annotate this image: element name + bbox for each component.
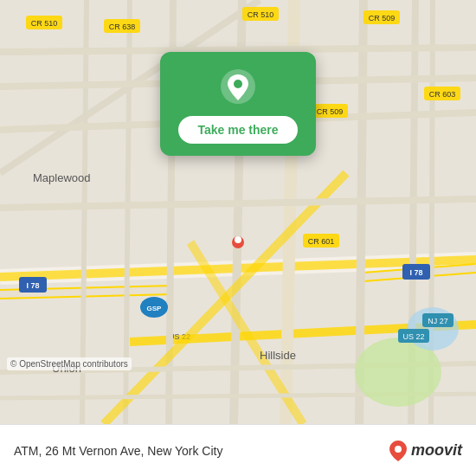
take-me-there-button[interactable]: Take me there bbox=[178, 116, 297, 144]
svg-text:US 22: US 22 bbox=[402, 332, 424, 341]
svg-text:GSP: GSP bbox=[147, 305, 163, 312]
moovit-text: moovit bbox=[411, 441, 462, 460]
svg-text:CR 510: CR 510 bbox=[31, 19, 58, 28]
svg-text:Hillside: Hillside bbox=[260, 349, 296, 362]
svg-text:CR 509: CR 509 bbox=[369, 14, 396, 23]
svg-text:Maplewood: Maplewood bbox=[33, 171, 91, 184]
svg-text:CR 510: CR 510 bbox=[248, 10, 274, 19]
svg-text:I 78: I 78 bbox=[26, 281, 39, 290]
svg-text:CR 509: CR 509 bbox=[317, 107, 344, 116]
svg-text:CR 601: CR 601 bbox=[308, 237, 335, 246]
copyright-text: © OpenStreetMap contributors bbox=[7, 357, 132, 370]
location-label: ATM, 26 Mt Vernon Ave, New York City bbox=[14, 444, 222, 458]
location-card[interactable]: Take me there bbox=[160, 52, 316, 156]
map-container: I 78 US 22 CR 510 bbox=[0, 0, 476, 424]
svg-text:CR 603: CR 603 bbox=[429, 90, 456, 99]
svg-text:NJ 27: NJ 27 bbox=[428, 317, 448, 325]
svg-text:CR 638: CR 638 bbox=[109, 23, 136, 31]
svg-text:I 78: I 78 bbox=[409, 268, 422, 277]
svg-point-57 bbox=[235, 236, 241, 243]
svg-point-59 bbox=[234, 80, 242, 88]
location-pin-icon bbox=[219, 68, 257, 106]
svg-point-60 bbox=[395, 446, 402, 453]
bottom-bar: ATM, 26 Mt Vernon Ave, New York City moo… bbox=[0, 424, 476, 476]
moovit-pin-icon bbox=[389, 440, 408, 462]
moovit-logo: moovit bbox=[389, 440, 462, 462]
